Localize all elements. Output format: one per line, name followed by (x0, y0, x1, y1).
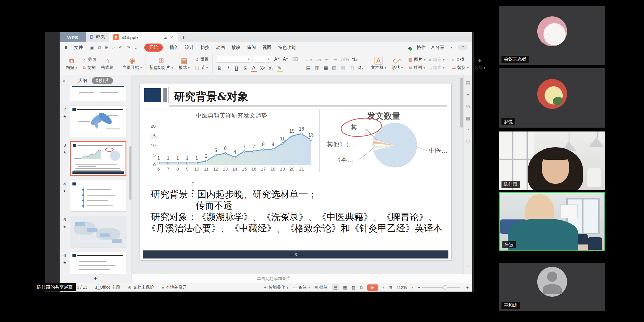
copy-button[interactable]: ⧉复制 (83, 65, 96, 70)
outline-button[interactable]: □轮廓 ▾ (429, 65, 445, 70)
tab-docer[interactable]: D 稻壳 (86, 32, 109, 42)
align-center-icon[interactable]: ▥ (314, 65, 320, 71)
panel-scrollbar-thumb[interactable] (129, 146, 131, 200)
collapse-panel-icon[interactable]: « (63, 78, 65, 83)
zoom-level[interactable]: 112% (397, 285, 407, 290)
decrease-indent-icon[interactable]: ⇤ (324, 57, 330, 62)
close-tab-icon[interactable]: ✕ (170, 35, 174, 40)
zoom-out-icon[interactable]: − (418, 285, 420, 290)
current-slide[interactable]: 研究背景&对象 中医典籍英译研究发文趋势 1111125647788111516… (140, 83, 451, 260)
increase-font-icon[interactable]: A⁺ (274, 56, 280, 62)
participant-tile-volunteer[interactable]: 会议志愿者 (499, 6, 605, 65)
slides-tab[interactable]: 幻灯片 (92, 77, 113, 84)
slide-thumbnail-3-selected[interactable] (70, 141, 126, 176)
paste-button[interactable]: ⧉ 粘贴 ▾ (64, 57, 79, 70)
notes-input[interactable]: 单击此处添加备注 (132, 274, 472, 283)
columns-icon[interactable]: ◫ (349, 65, 355, 71)
redo-icon[interactable]: ↷ (126, 45, 130, 50)
trend-chart-area[interactable]: 中医典籍英译研究发文趋势 111112564778811151613051015… (144, 109, 320, 172)
local-backup[interactable]: ●本地备份开 (162, 285, 187, 290)
tab-special-features[interactable]: 特色功能 (278, 45, 296, 50)
play-from-current-button[interactable]: ◉ 当页开始 ▾ (123, 57, 142, 70)
numbering-icon[interactable]: ≕▾ (315, 57, 321, 62)
slide-thumbnail-4[interactable] (70, 180, 126, 212)
add-slide-button[interactable]: + (60, 274, 132, 283)
zoom-in-icon[interactable]: + (466, 285, 469, 290)
font-family-select[interactable]: ▾ (216, 56, 251, 63)
clear-format-icon[interactable]: ⌫ (291, 56, 298, 62)
new-tab-button[interactable]: + (178, 32, 190, 42)
align-left-icon[interactable]: ▤ (306, 65, 312, 71)
superscript-icon[interactable]: X² (259, 66, 265, 71)
font-color-icon[interactable]: A (251, 65, 257, 72)
italic-icon[interactable]: I (225, 66, 231, 71)
decrease-font-icon[interactable]: A⁻ (283, 56, 289, 62)
align-right-icon[interactable]: ▦ (323, 65, 329, 71)
underline-icon[interactable]: U (233, 66, 239, 71)
layers-icon[interactable]: ⧉ (466, 104, 470, 109)
participant-tile-wuhexiong[interactable]: 巫和雄 (499, 263, 605, 311)
slide-thumbnail-5[interactable] (70, 216, 126, 247)
comment-button[interactable]: ⊞批注 (315, 285, 328, 290)
subscript-icon[interactable]: X₂ (268, 66, 274, 71)
zoom-slider[interactable] (422, 287, 460, 288)
highlight-icon[interactable]: ✎ (277, 65, 283, 72)
collapse-ribbon-icon[interactable]: ⌃ (458, 45, 467, 50)
theme-name[interactable]: 1_Office 主题 (95, 285, 120, 290)
zoom-options-icon[interactable]: ▾ (411, 286, 413, 290)
print-preview-icon[interactable]: ⌕ (112, 45, 115, 50)
justify-icon[interactable]: ▧ (332, 65, 338, 71)
phone-play-icon[interactable]: ⧉ (360, 285, 363, 290)
wps-home-button[interactable]: WPS (60, 32, 86, 42)
play-options-icon[interactable]: ▾ (383, 286, 384, 290)
font-size-select[interactable]: ▾ (254, 56, 271, 63)
menu-file[interactable]: 文件 (74, 45, 83, 50)
cut-button[interactable]: ✂剪切 (83, 57, 96, 62)
print-icon[interactable]: ⊞ (105, 45, 109, 50)
format-painter-button[interactable]: ⌂ 格式刷 (100, 57, 115, 70)
smart-beautify-button[interactable]: ✦智能美化▴ (264, 285, 288, 290)
pie-chart-area[interactable]: 发文数量 (320, 109, 448, 172)
strikethrough-icon[interactable]: S (242, 66, 248, 71)
find-button[interactable]: ⌕查找 (452, 57, 469, 62)
slide-thumbnail-2[interactable] (70, 106, 126, 137)
distribute-icon[interactable]: ▨ (340, 65, 346, 71)
select-button[interactable]: ⌖ 选择 ▾ (472, 57, 487, 70)
section-button[interactable]: ❏节 ▾ (195, 65, 209, 70)
tab-document[interactable]: P 444.pptx ☁ ✕ (109, 32, 178, 42)
normal-view-icon[interactable]: ▤ (332, 284, 338, 290)
participant-tile-haoyue[interactable]: 郝悦 (499, 68, 605, 128)
notes-button[interactable]: ≔备注▾ (293, 285, 310, 290)
more-options-icon[interactable]: ⋮ (449, 45, 453, 50)
line-spacing-icon[interactable]: ⇅▾ (352, 57, 358, 62)
bullets-icon[interactable]: ≔▾ (306, 57, 312, 62)
slideshow-play-button[interactable]: ▶ (367, 284, 378, 291)
text-direction-icon[interactable]: AB▾ (341, 57, 349, 62)
media-icon[interactable]: ▨ (466, 115, 470, 121)
save-icon[interactable]: ▣ (90, 45, 94, 50)
favorite-icon[interactable]: ♡ (466, 139, 470, 145)
history-icon[interactable]: ◔ (467, 127, 470, 133)
reset-button[interactable]: ↺重置 (195, 57, 209, 62)
arrange-button[interactable]: ≋排列 ▾ (408, 65, 426, 70)
cloud-sync-icon[interactable]: ☁ (163, 35, 168, 40)
effects-icon[interactable]: ✦ (466, 92, 470, 97)
properties-icon[interactable]: ▤ (466, 80, 470, 86)
participant-tile-zhubo-active-speaker[interactable]: 朱波 (499, 192, 605, 251)
picture-button[interactable]: ▨图片 ▾ (408, 57, 426, 62)
tab-design[interactable]: 设计 (185, 45, 194, 50)
canvas-scrollbar-thumb[interactable] (460, 78, 463, 128)
tab-home[interactable]: 开始 (144, 44, 163, 52)
paragraph-more-icon[interactable]: ⇵▾ (357, 65, 363, 71)
fit-slide-icon[interactable]: ⊡ (389, 285, 392, 290)
tab-view[interactable]: 视图 (262, 45, 271, 50)
bold-icon[interactable]: B (216, 66, 222, 71)
participant-tile-chenjiahui[interactable]: 陈佳惠 (499, 131, 605, 190)
collaborate-button[interactable]: 协作 (417, 45, 426, 50)
new-slide-button[interactable]: ⊞ 新建幻灯片 ▾ (149, 57, 173, 70)
slide-body-text[interactable]: 研究背景：国内起步晚、研究选材单一； 传而不透 研究对象：《濒湖脉学》、《洗冤录… (146, 188, 447, 234)
document-protection[interactable]: ⊗文档未保护 (128, 285, 154, 290)
tab-slideshow[interactable]: 放映 (231, 45, 240, 50)
increase-indent-icon[interactable]: ⇥ (332, 57, 338, 62)
zoom-slider-knob[interactable] (443, 285, 447, 290)
